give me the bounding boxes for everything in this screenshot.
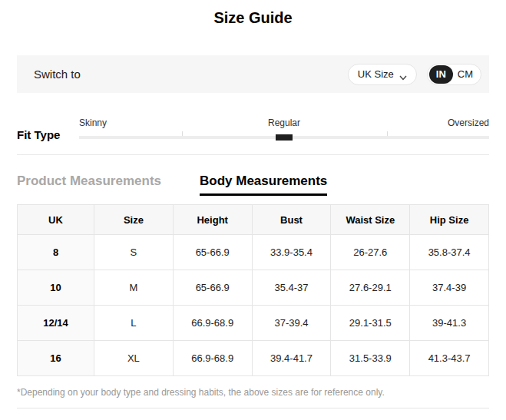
table-row: 16 XL 66.9-68.9 39.4-41.7 31.5-33.9 41.3…: [18, 341, 489, 376]
table-cell-height: 66.9-68.9: [173, 341, 252, 376]
table-cell-uk: 10: [18, 270, 94, 306]
table-header-size: Size: [94, 205, 174, 235]
table-cell-bust: 39.4-41.7: [252, 341, 331, 376]
table-cell-waist: 29.1-31.5: [331, 306, 410, 341]
table-header-hip: Hip Size: [410, 205, 489, 235]
table-cell-waist: 27.6-29.1: [331, 270, 410, 306]
table-cell-height: 66.9-68.9: [173, 306, 252, 341]
fit-slider-track: [79, 136, 489, 139]
table-row: 10 M 65-66.9 35.4-37 27.6-29.1 37.4-39: [18, 270, 489, 306]
fit-type-slider: Skinny Regular Oversized: [79, 117, 489, 139]
fit-slider-tick: [387, 131, 388, 136]
table-cell-hip: 37.4-39: [410, 270, 489, 306]
table-cell-bust: 37-39.4: [252, 306, 331, 341]
size-standard-select[interactable]: UK Size: [348, 64, 417, 85]
table-row: 8 S 65-66.9 33.9-35.4 26-27.6 35.8-37.4: [18, 235, 489, 270]
table-header-bust: Bust: [252, 205, 331, 235]
table-cell-height: 65-66.9: [173, 270, 252, 306]
unit-toggle: IN CM: [427, 64, 481, 85]
table-header-uk: UK: [18, 205, 94, 235]
fit-option-skinny: Skinny: [79, 117, 216, 128]
table-cell-uk: 8: [18, 235, 94, 270]
table-cell-bust: 35.4-37: [252, 270, 331, 306]
table-header-height: Height: [173, 205, 252, 235]
fit-slider-tick: [182, 131, 183, 136]
table-header-row: UK Size Height Bust Waist Size Hip Size: [18, 205, 489, 235]
switch-to-label: Switch to: [34, 68, 348, 81]
unit-in-button[interactable]: IN: [429, 65, 453, 84]
table-cell-waist: 31.5-33.9: [331, 341, 410, 376]
measurement-tabs: Product Measurements Body Measurements: [17, 174, 489, 196]
fit-option-regular: Regular: [216, 117, 352, 128]
table-cell-uk: 16: [18, 341, 94, 376]
table-cell-hip: 35.8-37.4: [410, 235, 489, 270]
table-cell-bust: 33.9-35.4: [252, 235, 331, 270]
table-cell-height: 65-66.9: [173, 235, 252, 270]
size-standard-value: UK Size: [358, 68, 394, 80]
page-title: Size Guide: [0, 0, 506, 28]
fit-type-section: Fit Type Skinny Regular Oversized: [17, 117, 489, 139]
table-row: 12/14 L 66.9-68.9 37-39.4 29.1-31.5 39-4…: [18, 306, 489, 341]
tab-body-measurements[interactable]: Body Measurements: [200, 174, 327, 196]
table-cell-size: M: [94, 270, 174, 306]
table-cell-size: XL: [94, 341, 174, 376]
table-cell-hip: 41.3-43.7: [410, 341, 489, 376]
table-header-waist: Waist Size: [331, 205, 410, 235]
unit-cm-button[interactable]: CM: [453, 68, 481, 80]
fit-option-oversized: Oversized: [352, 117, 489, 128]
chevron-down-icon: [399, 71, 407, 77]
tab-product-measurements[interactable]: Product Measurements: [17, 174, 161, 189]
bottom-divider: [17, 408, 489, 408]
fit-slider-thumb: [276, 134, 293, 141]
section-divider: [17, 154, 489, 155]
table-cell-size: L: [94, 306, 174, 341]
size-table: UK Size Height Bust Waist Size Hip Size …: [17, 204, 489, 376]
table-cell-hip: 39-41.3: [410, 306, 489, 341]
table-cell-size: S: [94, 235, 174, 270]
table-cell-waist: 26-27.6: [331, 235, 410, 270]
fit-type-label: Fit Type: [17, 128, 79, 141]
table-cell-uk: 12/14: [18, 306, 94, 341]
fit-type-options: Skinny Regular Oversized: [79, 117, 489, 128]
footnote: *Depending on your body type and dressin…: [17, 387, 489, 398]
switch-to-bar: Switch to UK Size IN CM: [17, 55, 489, 93]
